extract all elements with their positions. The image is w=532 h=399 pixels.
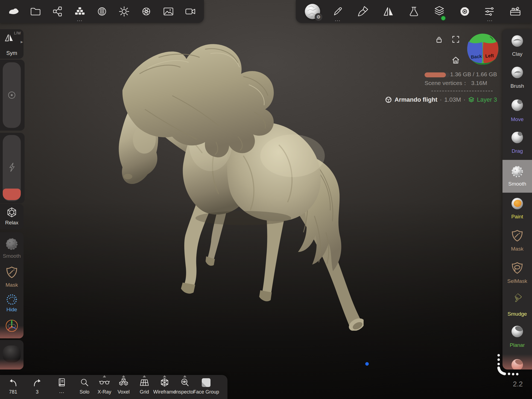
app-version: 2.2 xyxy=(513,380,523,388)
active-object-row[interactable]: Armando flight · 1.03M · Layer 3 xyxy=(385,96,497,103)
material-black-sphere xyxy=(3,345,21,362)
solo-magnifier-icon xyxy=(79,377,90,388)
tool-clay[interactable] xyxy=(502,34,532,48)
camera-video-icon[interactable] xyxy=(182,3,199,20)
toolbox-icon[interactable] xyxy=(507,3,524,20)
matcap-sphere-icon[interactable]: ⚙ xyxy=(304,3,321,20)
smooth-disabled-icon[interactable] xyxy=(0,237,24,251)
camera-lock-icon[interactable] xyxy=(435,36,443,44)
hide-dotted-sphere-icon[interactable] xyxy=(0,293,24,306)
app-logo-icon[interactable] xyxy=(5,3,22,20)
redo-count: 3 xyxy=(36,389,39,395)
tool-move-label: Move xyxy=(502,116,532,122)
redo-icon xyxy=(31,377,43,388)
symmetry-button[interactable]: L/W ▶ Sym xyxy=(0,29,24,59)
wireframe-icon xyxy=(159,377,170,389)
inspector-eye-magnifier-icon xyxy=(179,377,190,388)
top-left-toolbar: ... xyxy=(0,0,204,23)
symmetry-label: Sym xyxy=(0,50,24,56)
intensity-slider[interactable] xyxy=(3,135,21,201)
gear-settings-icon[interactable] xyxy=(456,3,473,20)
background-image-icon[interactable] xyxy=(160,3,177,20)
radius-slider[interactable] xyxy=(3,62,21,128)
active-layer-label: Layer 3 xyxy=(477,96,497,103)
scene-vertices: Scene vertices： 3.16M xyxy=(425,79,487,87)
radius-dot-icon xyxy=(3,91,21,99)
memory-usage-bar xyxy=(425,72,450,77)
relax-web-icon xyxy=(0,207,24,218)
tool-smudge[interactable]: ☞ xyxy=(502,292,532,303)
tool-clay-label: Clay xyxy=(502,51,532,57)
mask-label: Mask xyxy=(0,282,24,288)
transform-gizmo-icon[interactable] xyxy=(0,319,24,333)
smudge-hand-icon: ☞ xyxy=(510,291,525,305)
toggle-voxel[interactable]: Voxel xyxy=(115,375,132,399)
tool-flatten-partial[interactable] xyxy=(502,358,532,369)
toggle-grid-label: Grid xyxy=(140,389,149,395)
object-vertex-count: 1.03M xyxy=(444,96,461,103)
folder-icon[interactable] xyxy=(27,3,44,20)
symmetry-mirror-icon[interactable] xyxy=(380,3,397,20)
memory-usage-fill xyxy=(425,72,446,77)
sun-lighting-icon[interactable] xyxy=(115,3,133,20)
touch-indicator-dot xyxy=(365,362,369,366)
voxel-cubes-icon xyxy=(118,377,129,389)
tool-drag[interactable] xyxy=(502,131,532,144)
top-right-toolbar: ⚙ ... ... xyxy=(296,0,532,23)
undo-count: 781 xyxy=(9,389,17,395)
undo-icon xyxy=(7,377,19,388)
scene-vertices-value: 3.16M xyxy=(471,80,487,86)
flask-icon[interactable] xyxy=(405,3,423,20)
tool-palette: Clay Brush Move Drag Smooth Paint Mask S… xyxy=(502,29,532,369)
relax-button[interactable]: Relax xyxy=(0,204,24,229)
mask-shield-icon[interactable] xyxy=(0,266,24,279)
toggle-facegroup-label: Face Group xyxy=(193,389,219,395)
tool-mask[interactable] xyxy=(502,229,532,242)
toggle-facegroup[interactable]: Face Group xyxy=(193,375,219,399)
xray-glasses-icon xyxy=(99,377,110,388)
nomad-sculpt-app: 2.2 ... xyxy=(0,0,532,399)
tool-smooth-selected[interactable] xyxy=(502,165,532,178)
material-preview-button[interactable] xyxy=(0,340,24,369)
redo-button[interactable]: 3 xyxy=(30,375,45,399)
object-name: Armando flight xyxy=(394,96,437,103)
radius-slider-well xyxy=(0,60,25,131)
horse-model[interactable] xyxy=(90,41,364,331)
tool-drag-label: Drag xyxy=(502,148,532,154)
tool-paint-label: Paint xyxy=(502,214,532,220)
facegroup-icon xyxy=(201,377,212,388)
layers-icon[interactable] xyxy=(431,3,448,20)
node-graph-icon[interactable] xyxy=(49,3,66,20)
separator-dot: · xyxy=(440,96,442,103)
intensity-slider-well xyxy=(0,133,25,203)
tool-paint[interactable] xyxy=(502,197,532,210)
intensity-bolt-icon xyxy=(3,162,21,173)
sliders-interface-icon[interactable]: ... xyxy=(481,3,499,20)
history-button[interactable]: ... xyxy=(54,375,69,399)
scene-vertices-label: Scene vertices： xyxy=(425,80,468,86)
undo-button[interactable]: 781 xyxy=(5,375,21,399)
tool-selmask[interactable] xyxy=(502,261,532,274)
hide-label: Hide xyxy=(0,307,24,313)
tool-smooth-label: Smooth xyxy=(502,181,532,187)
topology-pyramid-icon[interactable]: ... xyxy=(71,3,89,20)
bottom-toolbar: 781 3 ... Solo X-Ray Voxel Grid xyxy=(0,375,227,399)
hatched-sphere-icon[interactable] xyxy=(93,3,111,20)
paintbrush-icon[interactable] xyxy=(354,3,372,20)
toggle-solo[interactable]: Solo xyxy=(76,375,93,399)
home-view-icon[interactable] xyxy=(451,56,460,64)
tool-brush[interactable] xyxy=(502,66,532,79)
toggle-xray[interactable]: X-Ray xyxy=(95,375,114,399)
cube-face-left-label: Left xyxy=(485,53,494,59)
history-more-dots: ... xyxy=(59,388,65,394)
smooth-disabled-label: Smooth xyxy=(0,253,24,259)
separator-dot: · xyxy=(463,96,465,103)
toggle-grid[interactable]: Grid xyxy=(135,375,154,399)
aperture-postprocess-icon[interactable] xyxy=(138,3,155,20)
tool-move[interactable] xyxy=(502,99,532,112)
symmetry-expand-chevron-icon: ▶ xyxy=(21,40,23,44)
fullscreen-icon[interactable] xyxy=(452,35,460,43)
pencil-icon[interactable]: ... xyxy=(329,3,347,20)
orientation-cube[interactable]: Back Left xyxy=(466,33,499,66)
tool-planar[interactable] xyxy=(502,325,532,338)
